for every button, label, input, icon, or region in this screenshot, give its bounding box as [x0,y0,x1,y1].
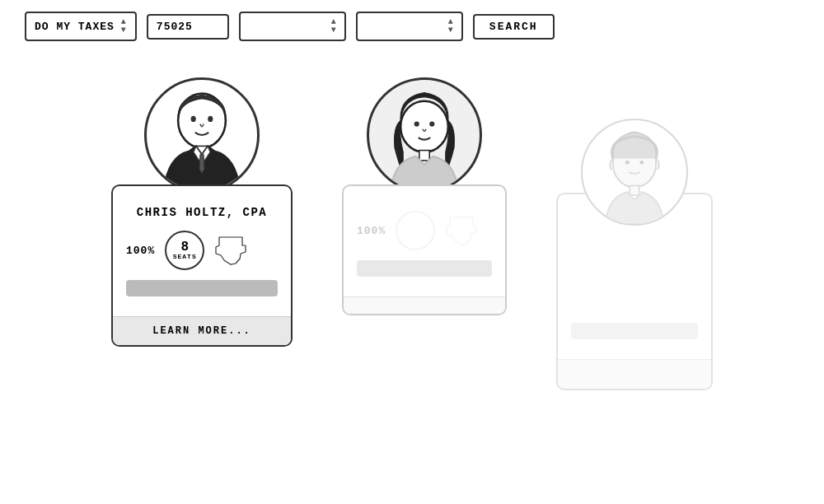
card-1-footer[interactable]: Learn More... [113,316,291,345]
texas-icon [214,236,247,265]
dropdown1[interactable]: ▲▼ [239,12,346,41]
svg-point-1 [191,116,196,122]
card-3-container [556,119,713,390]
card-2-percent: 100% [357,225,386,237]
svg-point-10 [639,161,644,165]
card-2-body: 100% [344,186,505,296]
service-select-label: Do My Taxes [35,21,115,33]
card-2-progress [357,260,492,277]
avatar-person3-icon [583,120,686,224]
card-1-progress [126,280,278,296]
card-1: Chris Holtz, CPA 100% 8 Seats Learn More… [111,184,293,347]
svg-point-2 [208,116,213,122]
service-select[interactable]: Do My Taxes ▲▼ [25,12,137,41]
card-3-avatar [581,119,688,226]
toolbar: Do My Taxes ▲▼ ▲▼ ▲▼ Search [0,0,824,53]
card-1-seats-number: 8 [180,240,189,254]
card-2-avatar [367,77,482,193]
card-2-texas-icon [445,216,478,245]
card-1-container: Chris Holtz, CPA 100% 8 Seats Learn More… [111,119,293,347]
card-1-body: Chris Holtz, CPA 100% 8 Seats [113,186,291,316]
card-2: 100% [342,184,507,315]
card-2-seats [396,211,435,250]
card-3-name [571,245,698,260]
card-3-body [558,236,711,359]
card-1-seats-label: Seats [173,254,197,260]
card-3-footer [558,359,711,389]
svg-point-5 [414,122,419,127]
svg-rect-7 [419,151,429,161]
svg-point-9 [625,161,630,165]
card-2-info-row: 100% [357,211,492,250]
card-3-progress [571,323,698,339]
svg-point-6 [429,122,434,127]
zip-input[interactable] [147,14,229,40]
card-2-container: 100% [342,119,507,315]
card-1-name: Chris Holtz, CPA [126,206,278,219]
card-1-percent: 100% [126,245,155,257]
avatar-man-icon [147,80,257,190]
search-button[interactable]: Search [473,14,555,40]
card-1-seats: 8 Seats [165,231,204,270]
dropdown2-arrows: ▲▼ [448,18,453,35]
svg-point-4 [400,101,448,152]
card-2-footer[interactable] [344,296,505,314]
results-area: Chris Holtz, CPA 100% 8 Seats Learn More… [0,53,824,415]
service-select-arrows: ▲▼ [121,18,127,35]
svg-rect-11 [630,185,639,195]
avatar-woman-icon [369,80,480,190]
dropdown2[interactable]: ▲▼ [356,12,463,41]
card-1-avatar [144,77,260,193]
dropdown1-arrows: ▲▼ [331,18,336,35]
card-3-info [571,272,698,313]
card-1-info-row: 100% 8 Seats [126,231,278,270]
